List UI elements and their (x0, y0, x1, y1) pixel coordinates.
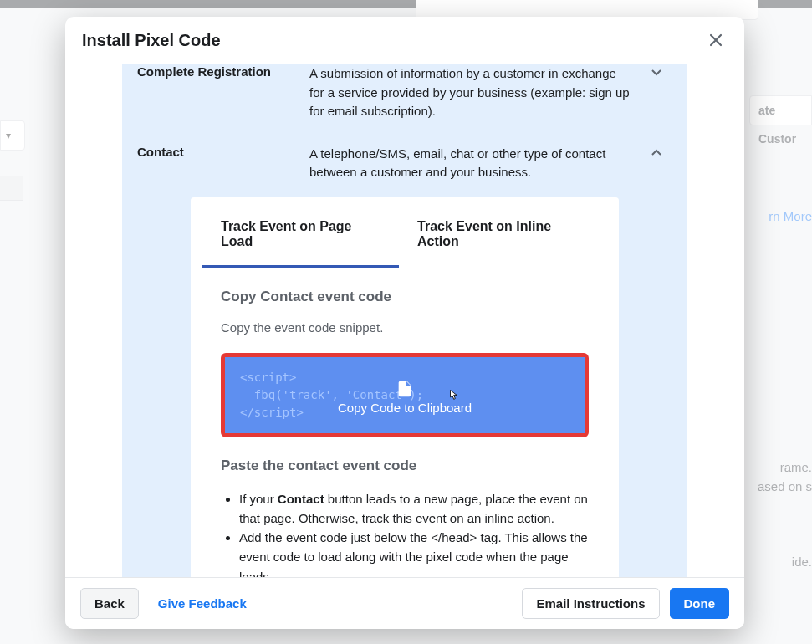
give-feedback-link[interactable]: Give Feedback (154, 588, 251, 619)
scroll-area[interactable]: Complete Registration A submission of in… (65, 64, 744, 577)
event-row-complete-registration[interactable]: Complete Registration A submission of in… (122, 64, 687, 133)
copy-section-sub: Copy the event code snippet. (221, 320, 589, 335)
copy-code-section: Copy Contact event code Copy the event c… (191, 268, 619, 578)
modal-footer: Back Give Feedback Email Instructions Do… (65, 577, 744, 629)
tab-page-load[interactable]: Track Event on Page Load (202, 197, 399, 268)
close-button[interactable] (704, 28, 728, 52)
chevron-down-icon (649, 64, 664, 121)
cursor-pointer-icon (444, 387, 461, 406)
done-button[interactable]: Done (670, 588, 730, 619)
copy-to-clipboard-button[interactable]: Copy Code to Clipboard (225, 361, 585, 433)
email-instructions-button[interactable]: Email Instructions (522, 588, 659, 619)
event-label: Contact (134, 145, 293, 182)
modal-title: Install Pixel Code (82, 31, 221, 50)
paste-instructions-list: If your Contact button leads to a new pa… (221, 489, 589, 578)
event-description: A telephone/SMS, email, chat or other ty… (309, 145, 632, 182)
tabs: Track Event on Page Load Track Event on … (191, 197, 619, 268)
back-button[interactable]: Back (80, 588, 139, 619)
events-panel: Complete Registration A submission of in… (122, 64, 687, 577)
paste-section-heading: Paste the contact event code (221, 457, 589, 474)
chevron-up-icon (649, 145, 664, 182)
install-pixel-modal: Install Pixel Code Complete Registration… (65, 17, 744, 629)
copy-section-heading: Copy Contact event code (221, 289, 589, 305)
tab-inline-action[interactable]: Track Event on Inline Action (399, 197, 607, 268)
event-row-contact[interactable]: Contact A telephone/SMS, email, chat or … (122, 133, 687, 194)
event-description: A submission of information by a custome… (309, 64, 632, 121)
event-label: Complete Registration (134, 64, 293, 121)
clipboard-icon (396, 379, 414, 399)
modal-header: Install Pixel Code (65, 17, 744, 64)
list-item: If your Contact button leads to a new pa… (239, 489, 589, 529)
modal-body: Complete Registration A submission of in… (65, 64, 744, 577)
event-content-card: Track Event on Page Load Track Event on … (191, 197, 619, 578)
list-item: Add the event code just below the </head… (239, 528, 589, 577)
code-block-highlighted: <script> fbq('track', 'Contact'); </scri… (221, 353, 589, 437)
close-icon (708, 33, 723, 48)
